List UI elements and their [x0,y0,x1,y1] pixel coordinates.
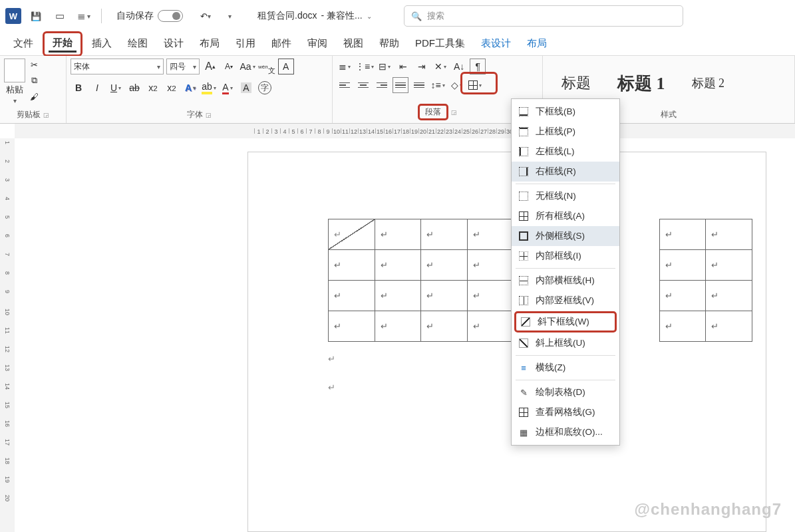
horizontal-ruler[interactable]: 1234567891011121314151617181920212223242… [0,124,795,138]
tab-layout[interactable]: 布局 [193,33,226,54]
underline-icon[interactable]: U [108,80,124,96]
menu-right-border[interactable]: 右框线(R) [512,162,619,182]
menu-inside-h-border[interactable]: 内部横框线(H) [512,271,619,291]
copy-icon[interactable]: ⧉ [28,74,40,86]
table-cell[interactable]: ↵ [468,219,514,250]
redo-icon[interactable]: ▾ [220,7,239,25]
tab-table-layout[interactable]: 布局 [520,33,554,54]
paste-button[interactable]: 粘贴 ▾ [4,59,25,104]
page[interactable]: ↵↵↵↵↵↵ ↵↵↵↵↵↵ ↵↵↵↵↵↵ ↵↵↵↵↵↵ ↵ ↵ [247,152,766,532]
title-chevron-icon[interactable]: ⌄ [367,13,372,20]
menu-left-border[interactable]: 左框线(L) [512,142,619,162]
table-cell[interactable]: ↵ [329,281,375,311]
table-cell[interactable]: ↵ [375,219,421,250]
menu-view-gridlines[interactable]: 查看网格线(G) [512,402,619,422]
menu-borders-shading[interactable]: ▦边框和底纹(O)... [512,422,619,442]
bullets-icon[interactable]: ≣ [337,59,353,74]
table-cell[interactable]: ↵ [375,281,421,311]
menu-top-border[interactable]: 上框线(P) [512,122,619,142]
table-cell[interactable]: ↵ [421,281,468,311]
tab-help[interactable]: 帮助 [373,33,406,54]
font-color-icon[interactable]: A [220,80,236,96]
bold-icon[interactable]: B [71,80,86,96]
char-border-icon[interactable]: A [278,59,294,74]
table-cell[interactable]: ↵ [375,250,421,281]
table-cell[interactable]: ↵ [659,311,706,342]
enclose-char-icon[interactable]: 字 [257,80,273,96]
toggle-switch[interactable]: 关 [158,10,183,22]
tab-draw[interactable]: 绘图 [121,33,154,54]
cut-icon[interactable]: ✂ [28,59,40,70]
tab-design[interactable]: 设计 [157,33,190,54]
align-right-icon[interactable] [374,77,390,93]
style-title[interactable]: 标题 [554,69,599,97]
char-shading-icon[interactable]: A [238,80,254,96]
menu-bottom-border[interactable]: 下框线(B) [512,102,619,122]
table-cell[interactable]: ↵ [706,219,752,250]
qat-customize[interactable]: ≣▾ [75,7,93,25]
table-cell[interactable]: ↵ [659,219,706,250]
decrease-indent-icon[interactable]: ⇤ [395,59,411,74]
style-heading2[interactable]: 标题 2 [684,71,733,95]
table-cell[interactable]: ↵ [706,250,752,281]
menu-outside-borders[interactable]: 外侧框线(S) [512,226,619,246]
tab-view[interactable]: 视图 [337,33,370,54]
table-cell-diagonal[interactable]: ↵ [329,219,375,250]
menu-draw-table[interactable]: ✎绘制表格(D) [512,382,619,402]
format-painter-icon[interactable]: 🖌 [28,90,40,102]
tab-home[interactable]: 开始 [49,35,77,53]
asian-layout-icon[interactable]: ✕ [432,59,448,74]
line-spacing-icon[interactable]: ↕≡ [430,77,446,93]
table-cell[interactable]: ↵ [421,250,468,281]
table-cell[interactable]: ↵ [706,311,752,342]
table-cell[interactable]: ↵ [468,311,514,342]
increase-indent-icon[interactable]: ⇥ [414,59,430,74]
shrink-font-icon[interactable]: A▾ [221,59,237,74]
font-name-select[interactable]: 宋体▾ [71,59,164,74]
table-cell[interactable]: ↵ [375,311,421,342]
align-center-icon[interactable] [355,77,371,93]
table-cell[interactable]: ↵ [468,281,514,311]
menu-inside-borders[interactable]: 内部框线(I) [512,246,619,266]
table-cell[interactable]: ↵ [421,219,468,250]
table-cell[interactable]: ↵ [659,250,706,281]
vertical-ruler[interactable]: 1234567891011121314151617181920 [0,138,15,532]
tab-review[interactable]: 审阅 [301,33,334,54]
menu-horizontal-line[interactable]: ≡横线(Z) [512,358,619,378]
undo-icon[interactable]: ↶▾ [196,7,215,25]
grow-font-icon[interactable]: A▴ [202,59,218,74]
change-case-icon[interactable]: Aa [239,59,255,74]
style-heading1[interactable]: 标题 1 [609,68,673,99]
distribute-icon[interactable] [411,77,427,93]
tab-mailings[interactable]: 邮件 [265,33,298,54]
present-icon[interactable]: ▭ [51,7,69,25]
table-cell[interactable]: ↵ [329,311,375,342]
strikethrough-icon[interactable]: ab [126,80,142,96]
subscript-icon[interactable]: x2 [145,80,161,96]
table-cell[interactable]: ↵ [468,250,514,281]
tab-pdf[interactable]: PDF工具集 [408,33,472,54]
search-box[interactable]: 🔍 搜索 [404,5,683,27]
table-cell[interactable]: ↵ [706,281,752,311]
multilevel-icon[interactable]: ⊟ [377,59,393,74]
menu-no-border[interactable]: 无框线(N) [512,186,619,206]
align-justify-icon[interactable] [393,77,408,93]
menu-diag-down-border[interactable]: 斜下框线(W) [514,311,617,332]
font-size-select[interactable]: 四号▾ [166,59,200,74]
numbering-icon[interactable]: ⋮≡ [355,59,374,74]
save-icon[interactable]: 💾 [27,7,45,25]
superscript-icon[interactable]: x2 [164,80,180,96]
text-effects-icon[interactable]: A [182,80,198,96]
menu-all-borders[interactable]: 所有框线(A) [512,206,619,226]
table-cell[interactable]: ↵ [421,311,468,342]
table-cell[interactable]: ↵ [659,281,706,311]
phonetic-guide-icon[interactable]: wén文 [258,59,275,74]
menu-inside-v-border[interactable]: 内部竖框线(V) [512,291,619,311]
italic-icon[interactable]: I [89,80,105,96]
table-cell[interactable]: ↵ [329,250,375,281]
align-left-icon[interactable] [337,77,353,93]
highlight-icon[interactable]: ab [201,80,217,96]
menu-diag-up-border[interactable]: 斜上框线(U) [512,333,619,353]
tab-insert[interactable]: 插入 [85,33,118,54]
autosave-toggle[interactable]: 自动保存 关 [116,10,183,22]
